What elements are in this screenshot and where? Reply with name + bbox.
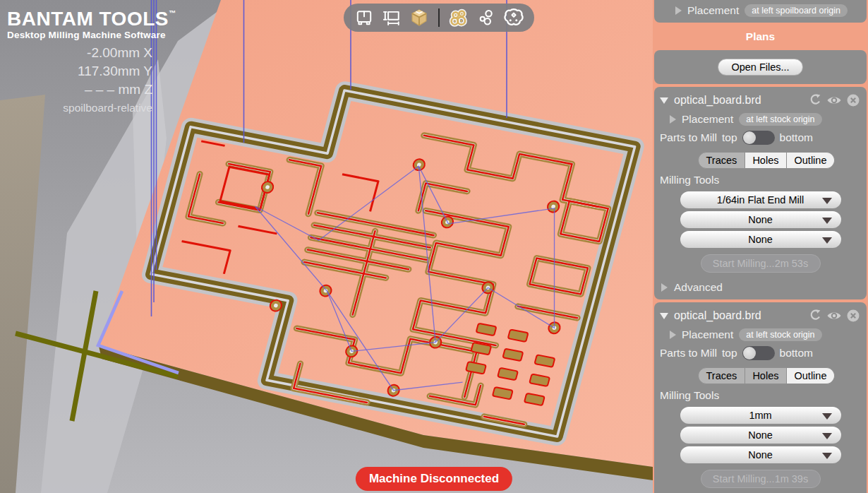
chevron-down-icon (822, 218, 832, 224)
tool-dropdown-3[interactable]: None (680, 446, 841, 463)
plans-header: Plans (653, 25, 868, 47)
advanced-row[interactable]: Advanced (660, 276, 861, 296)
chevron-down-icon (822, 237, 832, 244)
parts-to-mill-label: Parts to Mill (660, 347, 717, 360)
placement-value-badge: at left spoilboard origin (745, 4, 848, 17)
expand-triangle-icon[interactable] (670, 331, 676, 339)
tab-traces[interactable]: Traces (698, 367, 745, 384)
readout-z: – – – mm Z (0, 81, 152, 99)
tab-holes[interactable]: Holes (745, 367, 787, 384)
start-milling-button[interactable]: Start Milling...2m 53s (701, 254, 821, 273)
plan-panel-2: optical_board.brd (654, 302, 867, 493)
show-holes-icon[interactable] (476, 7, 497, 28)
visibility-eye-icon[interactable] (826, 308, 842, 323)
machine-placement-panel: Placement at left spoilboard origin (654, 0, 867, 23)
toolbar-divider (438, 8, 440, 27)
tab-outline[interactable]: Outline (787, 152, 835, 169)
reset-rotation-icon[interactable] (807, 308, 823, 323)
open-files-button[interactable]: Open Files... (718, 59, 802, 76)
material-placement-icon[interactable] (381, 7, 402, 28)
feature-tabs: Traces Holes Outline (698, 367, 835, 384)
side-top-label: top (722, 131, 737, 144)
milling-tools-label: Milling Tools (660, 388, 861, 404)
preview-3d-icon[interactable] (409, 7, 430, 28)
placement-label: Placement (682, 113, 733, 126)
side-bottom-label: bottom (780, 347, 813, 360)
close-icon[interactable] (845, 93, 861, 108)
reset-rotation-icon[interactable] (807, 93, 823, 108)
show-outline-icon[interactable] (503, 7, 524, 28)
expand-triangle-icon[interactable] (675, 6, 682, 15)
tool-dropdown-value: None (748, 214, 773, 225)
chevron-down-icon (822, 453, 832, 459)
toggle-knob (743, 347, 756, 360)
chevron-down-icon (822, 433, 832, 439)
view-toolbar (344, 4, 534, 32)
expand-triangle-icon[interactable] (661, 283, 668, 292)
plan-filename: optical_board.brd (674, 94, 761, 107)
position-readout: -2.00mm X 117.30mm Y – – – mm Z spoilboa… (0, 44, 152, 117)
tab-outline[interactable]: Outline (787, 367, 835, 384)
feature-tabs: Traces Holes Outline (698, 152, 835, 169)
readout-mode: spoilboard-relative (0, 99, 152, 117)
placement-value-badge: at left stock origin (739, 328, 821, 341)
placement-label: Placement (687, 4, 739, 17)
milling-tools-label: Milling Tools (660, 172, 861, 189)
readout-x: -2.00mm X (0, 44, 152, 62)
tool-dropdown-3[interactable]: None (680, 231, 841, 248)
parts-to-mill-label: Parts to Mill (660, 131, 717, 144)
tool-dropdown-1[interactable]: 1/64in Flat End Mill (680, 191, 841, 208)
tool-dropdown-value: None (748, 449, 773, 461)
plan-filename: optical_board.brd (674, 309, 761, 322)
visibility-eye-icon[interactable] (826, 93, 842, 108)
chevron-down-icon (822, 198, 832, 204)
top-bottom-toggle[interactable] (742, 346, 775, 360)
close-icon[interactable] (845, 308, 861, 323)
start-milling-button[interactable]: Start Milling...1m 39s (701, 470, 821, 488)
machine-placement-row[interactable]: Placement at left spoilboard origin (660, 2, 861, 19)
tool-dropdown-1[interactable]: 1mm (680, 407, 841, 424)
tab-holes[interactable]: Holes (745, 152, 787, 169)
tab-traces[interactable]: Traces (698, 152, 745, 169)
tool-dropdown-2[interactable]: None (680, 427, 841, 444)
tool-dropdown-value: 1mm (749, 410, 771, 421)
tool-dropdown-value: None (748, 234, 773, 245)
tool-dropdown-2[interactable]: None (680, 211, 841, 228)
side-top-label: top (722, 347, 737, 360)
chevron-down-icon (822, 413, 832, 420)
open-files-panel: Open Files... (654, 50, 867, 84)
machine-status-banner: Machine Disconnected (356, 467, 512, 491)
tool-dropdown-value: None (748, 429, 773, 441)
collapse-triangle-icon[interactable] (660, 97, 668, 104)
placement-label: Placement (682, 328, 733, 341)
expand-triangle-icon[interactable] (670, 115, 676, 124)
plan-panel-1: optical_board.brd (654, 87, 867, 299)
side-bottom-label: bottom (780, 131, 813, 144)
bantam-tools-window: BANTAM TOOLS™ Desktop Milling Machine So… (0, 0, 868, 493)
readout-y: 117.30mm Y (0, 62, 152, 81)
sidebar: Placement at left spoilboard origin Plan… (653, 0, 868, 493)
plan-placement-row[interactable]: Placement at left stock origin (660, 111, 861, 128)
collapse-triangle-icon[interactable] (660, 313, 668, 319)
plan-placement-row[interactable]: Placement at left stock origin (660, 326, 861, 343)
toggle-knob (743, 131, 756, 144)
machine-view-icon[interactable] (354, 7, 375, 28)
placement-value-badge: at left stock origin (739, 113, 821, 126)
tool-dropdown-value: 1/64in Flat End Mill (717, 194, 804, 206)
show-traces-icon[interactable] (448, 7, 469, 28)
advanced-label: Advanced (674, 281, 723, 294)
top-bottom-toggle[interactable] (742, 131, 775, 145)
